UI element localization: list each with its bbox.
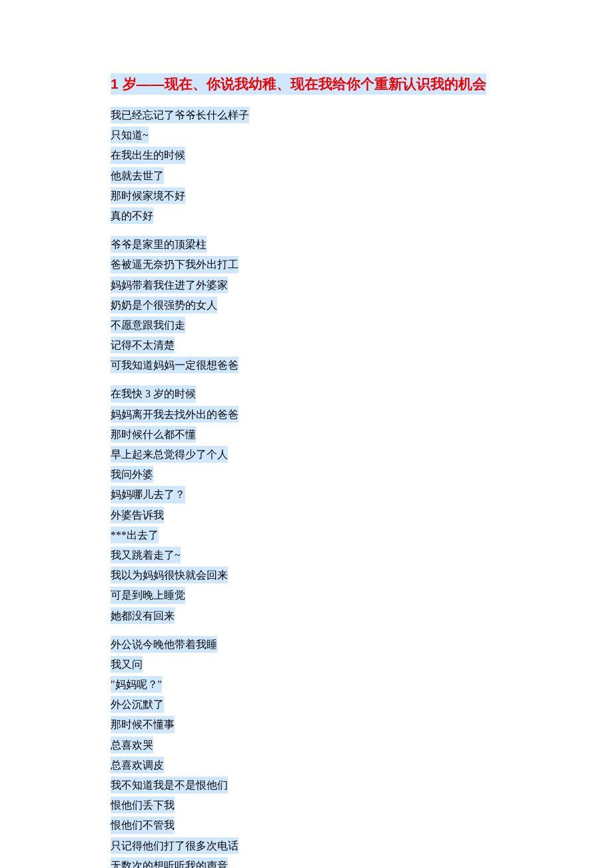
document-title: 1 岁——现在、你说我幼稚、现在我给你个重新认识我的机会 [111,73,486,95]
text-line: 真的不好 [111,207,153,224]
text-line: 爸被逼无奈扔下我外出打工 [111,256,239,273]
text-line: 那时候家境不好 [111,187,185,204]
text-line: 在我快 3 岁的时候 [111,385,196,402]
text-line: 妈妈带着我住进了外婆家 [111,277,228,293]
text-line: 我又问 [111,656,143,673]
text-line: 只知道~ [111,127,149,143]
text-line: 不愿意跟我们走 [111,317,185,333]
text-line: 总喜欢调皮 [111,757,164,773]
stanza: 在我快 3 岁的时候妈妈离开我去找外出的爸爸那时候什么都不懂早上起来总觉得少了个… [111,385,506,626]
text-line: 恨他们不管我 [111,817,175,833]
text-line: 我以为妈妈很快就会回来 [111,567,228,583]
stanza: 我已经忘记了爷爷长什么样子只知道~在我出生的时候他就去世了那时候家境不好真的不好 [111,107,506,227]
text-line: 无数次的想听听我的声音 [111,857,228,868]
text-line: 他就去世了 [111,167,164,184]
text-line: 外公沉默了 [111,696,164,713]
text-line: 我又跳着走了~ [111,547,181,563]
text-line: 那时候不懂事 [111,716,175,733]
text-line: 奶奶是个很强势的女人 [111,297,217,313]
document-page: 1 岁——现在、你说我幼稚、现在我给你个重新认识我的机会 我已经忘记了爷爷长什么… [0,0,613,868]
stanza: 外公说今晚他带着我睡我又问"妈妈呢？"外公沉默了那时候不懂事总喜欢哭总喜欢调皮我… [111,636,506,868]
text-line: 她都没有回来 [111,607,175,624]
stanza: 爷爷是家里的顶梁柱爸被逼无奈扔下我外出打工妈妈带着我住进了外婆家奶奶是个很强势的… [111,236,506,376]
text-line: 爷爷是家里的顶梁柱 [111,236,207,253]
text-line: 外婆告诉我 [111,507,164,523]
text-line: 可是到晚上睡觉 [111,587,185,603]
text-line: 可我知道妈妈一定很想爸爸 [111,357,239,373]
text-line: 我问外婆 [111,466,153,483]
text-line: 外公说今晚他带着我睡 [111,636,217,653]
text-line: 妈妈离开我去找外出的爸爸 [111,406,239,423]
text-line: 记得不太清楚 [111,337,175,353]
text-line: 总喜欢哭 [111,737,153,753]
text-line: 妈妈哪儿去了？ [111,486,185,503]
document-body: 我已经忘记了爷爷长什么样子只知道~在我出生的时候他就去世了那时候家境不好真的不好… [111,107,506,868]
text-line: 那时候什么都不懂 [111,426,196,443]
text-line: 早上起来总觉得少了个人 [111,446,228,463]
text-line: 恨他们丢下我 [111,797,175,813]
text-line: 在我出生的时候 [111,147,185,163]
text-line: 只记得他们打了很多次电话 [111,837,239,854]
text-line: "妈妈呢？" [111,676,162,693]
text-line: 我已经忘记了爷爷长什么样子 [111,107,249,123]
text-line: 我不知道我是不是恨他们 [111,777,228,793]
text-line: ***出去了 [111,527,159,543]
